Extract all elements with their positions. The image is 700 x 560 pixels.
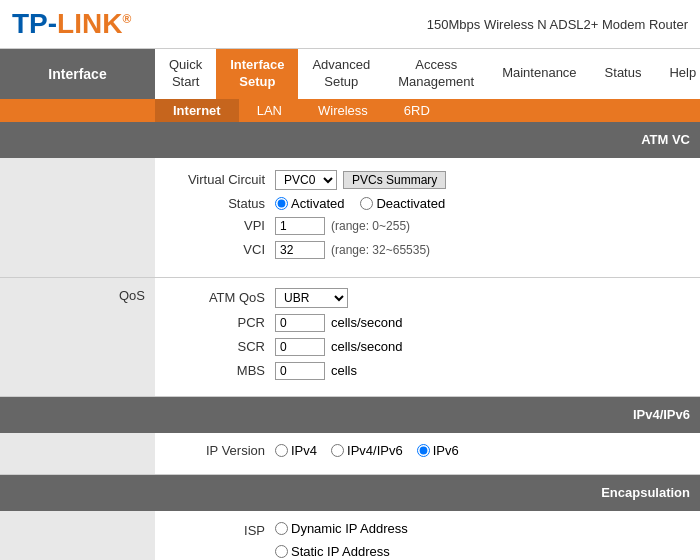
logo-link: LINK xyxy=(57,8,122,39)
qos-section: QoS ATM QoS UBRCBRVBR-rtVBR-nrt PCR cell… xyxy=(0,278,700,397)
logo-tp: TP- xyxy=(12,8,57,39)
nav-tabs: QuickStart InterfaceSetup AdvancedSetup … xyxy=(155,49,700,99)
pcr-input[interactable] xyxy=(275,314,325,332)
tab-access-management[interactable]: AccessManagement xyxy=(384,49,488,99)
tab-status[interactable]: Status xyxy=(591,49,656,99)
main-navigation: Interface QuickStart InterfaceSetup Adva… xyxy=(0,49,700,99)
vpi-input[interactable] xyxy=(275,217,325,235)
page-header: TP-LINK® 150Mbps Wireless N ADSL2+ Modem… xyxy=(0,0,700,49)
atm-qos-label: ATM QoS xyxy=(175,290,265,305)
vci-range: (range: 32~65535) xyxy=(331,243,430,257)
scr-input[interactable] xyxy=(275,338,325,356)
ipv4-ipv6-section: IP Version IPv4 IPv4/IPv6 IPv6 xyxy=(0,433,700,475)
vci-row: VCI (range: 32~65535) xyxy=(175,241,680,259)
isp-label: ISP xyxy=(175,521,265,538)
tab-help[interactable]: Help xyxy=(655,49,700,99)
qos-left: QoS xyxy=(0,278,155,396)
interface-nav-label: Interface xyxy=(0,49,155,99)
scr-value: cells/second xyxy=(275,338,403,356)
ip-version-value: IPv4 IPv4/IPv6 IPv6 xyxy=(275,443,459,458)
ipv6-radio-label[interactable]: IPv6 xyxy=(417,443,459,458)
status-deactivated-label[interactable]: Deactivated xyxy=(360,196,445,211)
tab-interface-setup[interactable]: InterfaceSetup xyxy=(216,49,298,99)
vci-value: (range: 32~65535) xyxy=(275,241,430,259)
vpi-value: (range: 0~255) xyxy=(275,217,410,235)
encapsulation-section: ISP Dynamic IP Address Static IP Address… xyxy=(0,511,700,560)
atm-vc-content: Virtual Circuit PVC0PVC1PVC2PVC3 PVCs Su… xyxy=(155,158,700,277)
sub-tab-internet[interactable]: Internet xyxy=(155,99,239,122)
sub-tab-wireless[interactable]: Wireless xyxy=(300,99,386,122)
mbs-row: MBS cells xyxy=(175,362,680,380)
tab-advanced-setup[interactable]: AdvancedSetup xyxy=(298,49,384,99)
pvcs-summary-button[interactable]: PVCs Summary xyxy=(343,171,446,189)
atm-vc-header: ATM VC xyxy=(0,122,700,158)
mbs-value: cells xyxy=(275,362,357,380)
mbs-input[interactable] xyxy=(275,362,325,380)
ipv4-ipv6-content: IP Version IPv4 IPv4/IPv6 IPv6 xyxy=(155,433,700,474)
tab-maintenance[interactable]: Maintenance xyxy=(488,49,590,99)
ipv4-ipv6-left xyxy=(0,433,155,474)
atm-vc-section: Virtual Circuit PVC0PVC1PVC2PVC3 PVCs Su… xyxy=(0,158,700,278)
ipv4-radio-label[interactable]: IPv4 xyxy=(275,443,317,458)
scr-row: SCR cells/second xyxy=(175,338,680,356)
ipv4-radio[interactable] xyxy=(275,444,288,457)
status-value: Activated Deactivated xyxy=(275,196,445,211)
status-activated-radio[interactable] xyxy=(275,197,288,210)
isp-static-ip-radio[interactable] xyxy=(275,545,288,558)
atm-vc-left xyxy=(0,158,155,277)
isp-static-ip-label[interactable]: Static IP Address xyxy=(275,544,408,559)
ipv6-radio[interactable] xyxy=(417,444,430,457)
status-label: Status xyxy=(175,196,265,211)
pcr-label: PCR xyxy=(175,315,265,330)
status-deactivated-radio[interactable] xyxy=(360,197,373,210)
vpi-label: VPI xyxy=(175,218,265,233)
status-row: Status Activated Deactivated xyxy=(175,196,680,211)
atm-qos-row: ATM QoS UBRCBRVBR-rtVBR-nrt xyxy=(175,288,680,308)
scr-label: SCR xyxy=(175,339,265,354)
atm-qos-value: UBRCBRVBR-rtVBR-nrt xyxy=(275,288,348,308)
status-activated-label[interactable]: Activated xyxy=(275,196,344,211)
router-model: 150Mbps Wireless N ADSL2+ Modem Router xyxy=(427,17,688,32)
logo-registered: ® xyxy=(122,12,131,26)
vci-input[interactable] xyxy=(275,241,325,259)
ipv4-ipv6-radio-label[interactable]: IPv4/IPv6 xyxy=(331,443,403,458)
pcr-value: cells/second xyxy=(275,314,403,332)
sub-tab-lan[interactable]: LAN xyxy=(239,99,300,122)
virtual-circuit-label: Virtual Circuit xyxy=(175,172,265,187)
ip-version-row: IP Version IPv4 IPv4/IPv6 IPv6 xyxy=(175,443,680,458)
qos-content: ATM QoS UBRCBRVBR-rtVBR-nrt PCR cells/se… xyxy=(155,278,700,396)
pcr-unit: cells/second xyxy=(331,315,403,330)
sub-tab-6rd[interactable]: 6RD xyxy=(386,99,448,122)
isp-options: Dynamic IP Address Static IP Address PPP… xyxy=(275,521,408,560)
ip-version-label: IP Version xyxy=(175,443,265,458)
atm-qos-select[interactable]: UBRCBRVBR-rtVBR-nrt xyxy=(275,288,348,308)
mbs-label: MBS xyxy=(175,363,265,378)
sub-navigation: Internet LAN Wireless 6RD xyxy=(0,99,700,122)
scr-unit: cells/second xyxy=(331,339,403,354)
isp-dynamic-ip-label[interactable]: Dynamic IP Address xyxy=(275,521,408,536)
pcr-row: PCR cells/second xyxy=(175,314,680,332)
vpi-row: VPI (range: 0~255) xyxy=(175,217,680,235)
encapsulation-left xyxy=(0,511,155,560)
mbs-unit: cells xyxy=(331,363,357,378)
encapsulation-header: Encapsulation xyxy=(0,475,700,511)
tp-link-logo: TP-LINK® xyxy=(12,8,131,40)
vci-label: VCI xyxy=(175,242,265,257)
ipv4-ipv6-radio[interactable] xyxy=(331,444,344,457)
virtual-circuit-select[interactable]: PVC0PVC1PVC2PVC3 xyxy=(275,170,337,190)
virtual-circuit-value: PVC0PVC1PVC2PVC3 PVCs Summary xyxy=(275,170,446,190)
ipv4-ipv6-header: IPv4/IPv6 xyxy=(0,397,700,433)
vpi-range: (range: 0~255) xyxy=(331,219,410,233)
isp-dynamic-ip-radio[interactable] xyxy=(275,522,288,535)
virtual-circuit-row: Virtual Circuit PVC0PVC1PVC2PVC3 PVCs Su… xyxy=(175,170,680,190)
isp-row: ISP Dynamic IP Address Static IP Address… xyxy=(175,521,680,560)
tab-quick-start[interactable]: QuickStart xyxy=(155,49,216,99)
encapsulation-content: ISP Dynamic IP Address Static IP Address… xyxy=(155,511,700,560)
